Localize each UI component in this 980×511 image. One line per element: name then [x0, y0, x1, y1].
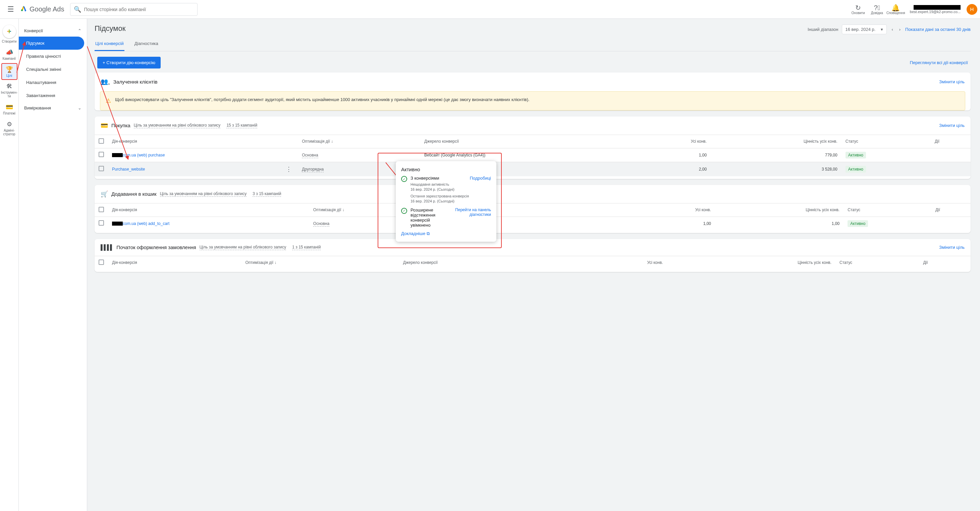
wrench-icon: 🛠	[6, 83, 13, 90]
create-button[interactable]: + Створити	[2, 23, 18, 45]
diagnostics-link[interactable]: Перейти на панель діагностики	[447, 208, 491, 228]
side-section-measurement[interactable]: Вимірювання ⌄	[19, 102, 87, 114]
card-customers: 👥+ Залучення клієнтів Змінити ціль ⚠ Щоб…	[95, 72, 970, 110]
bell-icon: 🔔	[891, 4, 900, 12]
external-link-icon: ⧉	[426, 231, 430, 236]
tab-diagnostics[interactable]: Діагностика	[134, 37, 159, 51]
megaphone-icon: 📣	[6, 49, 13, 56]
date-picker[interactable]: 16 вер. 2024 р. ▾	[842, 24, 887, 34]
conversion-link[interactable]: Purchase_website	[112, 167, 145, 172]
chevron-up-icon: ⌃	[78, 28, 81, 33]
conversion-link[interactable]: com.ua (web) add_to_cart	[123, 221, 169, 226]
status-badge: Активно	[845, 166, 866, 172]
card-icon: 💳	[6, 104, 13, 111]
default-goal-chip[interactable]: Ціль за умовчанням на рівні облікового з…	[200, 245, 286, 250]
person-add-icon: 👥+	[100, 78, 110, 86]
check-circle-icon: ✓	[401, 208, 407, 214]
gear-icon: ⚙	[7, 121, 12, 128]
edit-goal-checkout[interactable]: Змінити ціль	[939, 245, 964, 250]
default-goal-chip[interactable]: Ціль за умовчанням на рівні облікового з…	[134, 123, 221, 128]
customers-alert: ⚠ Щоб використовувати ціль "Залучення кл…	[100, 91, 965, 110]
more-menu-icon[interactable]: ⋮	[284, 166, 294, 173]
redacted-text	[112, 153, 123, 157]
details-link[interactable]: Подробиці	[470, 176, 491, 180]
table-row[interactable]: com.ua (web) add_to_cart Основна Вебсайт…	[95, 217, 970, 230]
table-row[interactable]: com.ua (web) purchase Основна Вебсайт (G…	[95, 148, 970, 162]
logo-text: Google Ads	[30, 5, 64, 13]
barcode-icon: ▌▌▌▌	[100, 244, 113, 251]
default-goal-chip[interactable]: Ціль за умовчанням на рівні облікового з…	[160, 192, 247, 197]
conversion-link[interactable]: com.ua (web) purchase	[123, 153, 165, 158]
checkbox-all[interactable]	[99, 207, 104, 212]
card-icon: 💳	[100, 122, 108, 129]
status-popover: Активно ✓ З конверсіямиПодробиці Нещодав…	[396, 161, 496, 242]
side-item-value-rules[interactable]: Правила цінності	[19, 50, 87, 63]
redacted-text	[112, 222, 123, 226]
date-last-30-link[interactable]: Показати дані за останні 30 днів	[905, 27, 970, 32]
campaign-count-chip[interactable]: 15 з 15 кампаній	[226, 123, 257, 128]
side-section-conversions[interactable]: Конверсії ⌃	[19, 25, 87, 37]
popover-title: Активно	[401, 166, 491, 172]
nav-campaigns[interactable]: 📣 Кампанії	[2, 47, 18, 62]
checkbox-row[interactable]	[99, 166, 104, 171]
campaign-count-chip[interactable]: 3 з 15 кампаній	[253, 192, 281, 197]
campaign-count-chip[interactable]: 1 з 15 кампаній	[292, 245, 321, 250]
view-all-conversions-link[interactable]: Переглянути всі дії-конверсії	[910, 60, 968, 65]
account-info[interactable]: best.expert.19@k2-promo.co...	[910, 5, 961, 14]
nav-admin[interactable]: ⚙ Адміні- стратор	[2, 118, 18, 138]
account-email: best.expert.19@k2-promo.co...	[910, 10, 961, 14]
checkbox-row[interactable]	[99, 220, 104, 226]
side-item-settings[interactable]: Налаштування	[19, 76, 87, 89]
checkbox-row[interactable]	[99, 152, 104, 157]
nav-tools[interactable]: 🛠 Інструмен- ти	[2, 81, 18, 100]
edit-goal-purchase[interactable]: Змінити ціль	[939, 123, 964, 128]
side-item-summary[interactable]: Підсумок	[19, 37, 84, 50]
learn-more-link[interactable]: Докладніше ⧉	[401, 231, 430, 236]
checkbox-all[interactable]	[99, 260, 104, 265]
help-icon: ?⃝	[874, 4, 880, 12]
notifications-button[interactable]: 🔔 Сповіщення	[887, 2, 905, 18]
table-header-row: Дія-конверсія Оптимізація дії ↓ Джерело …	[95, 256, 970, 269]
nav-goals[interactable]: 🏆 Цілі	[2, 64, 18, 80]
avatar[interactable]: Н	[967, 4, 977, 15]
search-box[interactable]: 🔍	[70, 3, 197, 16]
side-item-download[interactable]: Завантаження	[19, 89, 87, 102]
chevron-down-icon: ⌄	[78, 105, 81, 110]
date-prev[interactable]: ‹	[890, 26, 894, 33]
card-checkout: ▌▌▌▌ Початок оформлення замовлення Ціль …	[95, 239, 970, 272]
google-ads-logo-icon	[20, 5, 27, 14]
refresh-icon: ↻	[855, 4, 861, 12]
plus-icon: +	[3, 25, 16, 38]
side-item-custom-vars[interactable]: Спеціальні змінні	[19, 63, 87, 76]
search-input[interactable]	[84, 7, 194, 12]
logo[interactable]: Google Ads	[19, 5, 64, 14]
table-row[interactable]: Purchase_website ⋮ Другорядна Вебсайт 2,…	[95, 162, 970, 176]
status-badge: Активно	[845, 152, 866, 158]
account-name-redacted	[913, 5, 961, 10]
tabs: Цілі конверсій Діагностика	[95, 37, 970, 51]
nav-billing[interactable]: 💳 Платежі	[2, 101, 18, 117]
date-next[interactable]: ›	[898, 26, 902, 33]
create-conversion-button[interactable]: + Створити дію-конверсію	[97, 57, 161, 69]
table-header-row: Дія-конверсія Оптимізація дії ↓ Джерело …	[95, 203, 970, 217]
hamburger-menu[interactable]: ☰	[3, 2, 19, 18]
search-icon: 🔍	[74, 6, 81, 13]
status-badge: Активно	[848, 220, 868, 227]
sort-down-icon: ↓	[331, 139, 333, 144]
dropdown-icon: ▾	[881, 27, 883, 32]
card-add-to-cart: 🛒 Додавання в кошик Ціль за умовчанням н…	[95, 185, 970, 233]
check-circle-icon: ✓	[401, 176, 407, 182]
svg-point-0	[21, 9, 23, 11]
refresh-button[interactable]: ↻ Оновити	[850, 2, 867, 18]
help-button[interactable]: ?⃝ Довідка	[868, 2, 886, 18]
checkbox-all[interactable]	[99, 138, 104, 144]
edit-goal-customers[interactable]: Змінити ціль	[939, 79, 964, 84]
tab-goals[interactable]: Цілі конверсій	[95, 37, 124, 51]
cart-icon: 🛒	[100, 190, 108, 198]
sort-down-icon: ↓	[274, 260, 276, 265]
table-header-row: Дія-конверсія Оптимізація дії ↓ Джерело …	[95, 135, 970, 148]
page-title: Підсумок	[95, 24, 126, 33]
date-range-label: Інший діапазон	[808, 27, 838, 32]
sort-down-icon: ↓	[342, 208, 344, 212]
warning-icon: ⚠	[106, 96, 111, 105]
